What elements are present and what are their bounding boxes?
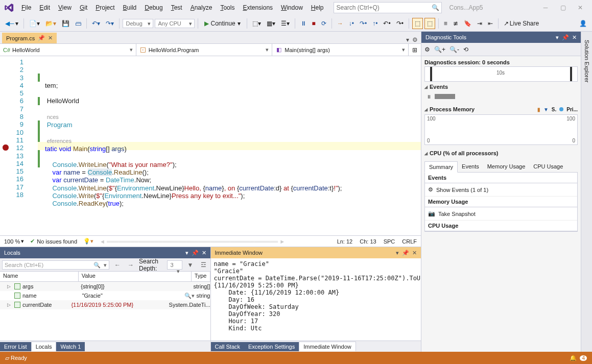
memory-graph[interactable]: 100 100 0 0 xyxy=(424,114,578,145)
notifications-icon[interactable]: 🔔 xyxy=(570,355,577,361)
indent-indicator[interactable]: SPC xyxy=(384,238,395,245)
intellitrace-button[interactable]: ⬚ xyxy=(412,18,423,29)
code-editor[interactable]: 123456789101112131415161718 tem; HelloWo… xyxy=(0,56,421,235)
restart-button[interactable]: ⟳ xyxy=(319,18,328,29)
locals-row[interactable]: ▷currentDate{11/16/2019 5:25:00 PM}Syste… xyxy=(0,300,210,309)
search-depth-combo[interactable]: 3 xyxy=(167,260,182,270)
menu-debug[interactable]: Debug xyxy=(140,2,167,13)
continue-button[interactable]: ▶Continue ▾ xyxy=(201,19,244,28)
take-snapshot-item[interactable]: 📷Take Snapshot xyxy=(425,207,577,221)
show-events-item[interactable]: ⚙Show Events (1 of 1) xyxy=(425,183,577,197)
close-pane-icon[interactable]: ✕ xyxy=(572,34,577,41)
close-pane-icon[interactable]: ✕ xyxy=(202,250,206,256)
show-next-statement-button[interactable]: → xyxy=(335,18,345,29)
close-button[interactable]: ✕ xyxy=(572,1,589,14)
locals-row[interactable]: name"Gracie" 🔍▾string xyxy=(0,291,210,300)
immediate-output[interactable]: name = "Gracie" "Gracie" currentDate = D… xyxy=(211,258,421,341)
format-selection-button[interactable]: ⇤ xyxy=(486,18,495,29)
issues-status[interactable]: ✔No issues found xyxy=(30,238,77,245)
minimize-button[interactable]: ─ xyxy=(537,1,554,14)
document-tab[interactable]: Program.cs 📌 ✕ xyxy=(2,33,57,43)
zoom-combo[interactable]: 100 % ▾ xyxy=(4,238,24,245)
search-input[interactable] xyxy=(336,4,432,11)
events-section-header[interactable]: Events xyxy=(424,82,578,92)
comment-button[interactable]: ≡ xyxy=(442,18,449,29)
zoom-in-icon[interactable]: 🔍+ xyxy=(434,46,445,53)
split-view-button[interactable]: ⊞ xyxy=(409,44,421,56)
stop-button[interactable]: ■ xyxy=(310,18,318,29)
dropdown-icon[interactable]: ▾ xyxy=(396,250,399,256)
memory-section-header[interactable]: Process Memory ▮▼S. Pri... xyxy=(424,104,578,114)
search-nav-back[interactable]: ← xyxy=(112,260,123,270)
pin-icon[interactable]: 📌 xyxy=(192,250,199,256)
menu-project[interactable]: Project xyxy=(91,2,119,13)
code-area[interactable]: tem; HelloWorld nces Program eferences t… xyxy=(38,56,421,235)
immediate-title[interactable]: Immediate Window ▾📌✕ xyxy=(211,247,421,258)
bookmark-button[interactable]: 🔖 xyxy=(462,18,473,29)
maximize-button[interactable]: ▢ xyxy=(554,1,572,14)
diagnostic-timeline[interactable]: 10s xyxy=(424,66,578,82)
menu-build[interactable]: Build xyxy=(119,2,141,13)
breakpoint-icon[interactable] xyxy=(2,144,9,151)
menu-analyze[interactable]: Analyze xyxy=(186,2,217,13)
menu-extensions[interactable]: Extensions xyxy=(239,2,277,13)
view-button[interactable]: ☲ xyxy=(199,260,208,270)
pin-icon[interactable]: 📌 xyxy=(562,34,569,41)
method-dropdown[interactable]: ◧Main(string[] args) xyxy=(272,44,409,56)
locals-title[interactable]: Locals ▾📌✕ xyxy=(0,247,210,258)
cpu-section-header[interactable]: CPU (% of all processors) xyxy=(424,148,578,158)
platform-dropdown[interactable]: Any CPU xyxy=(155,19,195,28)
step-over-button[interactable]: ↷• xyxy=(358,18,369,29)
menu-file[interactable]: File xyxy=(17,2,35,13)
diag-tab[interactable]: Memory Usage xyxy=(483,161,530,172)
diag-tab[interactable]: CPU Usage xyxy=(529,161,567,172)
class-dropdown[interactable]: 🞔HelloWorld.Program xyxy=(136,44,273,56)
diag-tab[interactable]: Summary xyxy=(424,161,458,173)
uncomment-button[interactable]: ≢ xyxy=(451,18,460,29)
new-file-button[interactable]: 📄▾ xyxy=(27,18,42,29)
menu-view[interactable]: View xyxy=(54,2,76,13)
solution-explorer-tab[interactable]: Solution Explorer xyxy=(582,36,591,87)
configuration-dropdown[interactable]: Debug xyxy=(123,19,153,28)
menu-tools[interactable]: Tools xyxy=(216,2,239,13)
close-pane-icon[interactable]: ✕ xyxy=(412,250,417,256)
diag-tab[interactable]: Events xyxy=(458,161,483,172)
break-all-button[interactable]: ⏸ xyxy=(298,18,309,29)
menu-test[interactable]: Test xyxy=(167,2,186,13)
dropdown-icon[interactable]: ▾ xyxy=(185,250,188,256)
line-ending-indicator[interactable]: CRLF xyxy=(402,238,417,245)
locals-row[interactable]: ▷args{string[0]}string[] xyxy=(0,282,210,291)
thread-dropdown[interactable]: ▦▾ xyxy=(265,18,277,29)
live-share-button[interactable]: ↗ Live Share xyxy=(502,18,541,29)
step-into-button[interactable]: ↓• xyxy=(347,18,356,29)
dropdown-icon[interactable]: ▾ xyxy=(556,34,559,41)
intellitrace-button-2[interactable]: ⬚ xyxy=(424,18,435,29)
step-out-button[interactable]: ↑• xyxy=(370,18,380,29)
save-all-button[interactable]: 🗃 xyxy=(73,18,83,29)
search-box[interactable]: 🔍 xyxy=(334,2,442,13)
filter-button[interactable]: ▼ xyxy=(185,260,196,270)
preview-tab-icon[interactable]: ▾ xyxy=(406,36,409,43)
pin-icon[interactable]: 📌 xyxy=(402,250,409,256)
pane-tab[interactable]: Locals xyxy=(31,342,57,351)
undo-button[interactable]: ↶▾ xyxy=(90,18,102,29)
tab-settings-icon[interactable]: ⚙ xyxy=(412,36,418,43)
project-dropdown[interactable]: C#HelloWorld xyxy=(0,44,136,56)
zoom-out-icon[interactable]: 🔍- xyxy=(449,46,459,53)
search-nav-fwd[interactable]: → xyxy=(126,260,136,270)
light-bulb-icon[interactable]: 💡▾ xyxy=(83,238,93,245)
settings-icon[interactable]: ⚙ xyxy=(424,46,430,53)
menu-edit[interactable]: Edit xyxy=(35,2,54,13)
step-back-button[interactable]: ↶• xyxy=(381,18,392,29)
format-button[interactable]: ⇥ xyxy=(475,18,484,29)
step-reverse-button[interactable]: ↷• xyxy=(394,18,406,29)
pane-tab[interactable]: Watch 1 xyxy=(56,342,85,351)
close-tab-icon[interactable]: ✕ xyxy=(48,35,53,41)
locals-search-input[interactable]: Search (Ctrl+E)🔍 xyxy=(2,260,109,270)
menu-help[interactable]: Help xyxy=(307,2,328,13)
nav-back-button[interactable]: ◀─ ▾ xyxy=(3,18,20,29)
reset-zoom-icon[interactable]: ⟲ xyxy=(463,46,468,53)
save-button[interactable]: 💾 xyxy=(60,18,72,29)
pin-icon[interactable]: 📌 xyxy=(38,35,45,41)
pane-tab[interactable]: Immediate Window xyxy=(299,342,356,351)
